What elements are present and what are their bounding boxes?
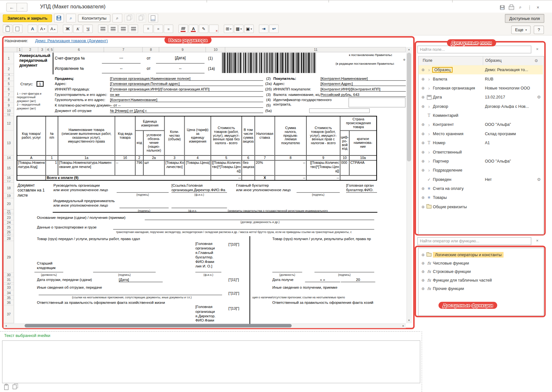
grid-cell[interactable]: ["[12]"] xyxy=(228,291,247,295)
back-button[interactable]: ← xyxy=(6,3,17,12)
grid-cell[interactable]: транспортная накладная, поручение экспед… xyxy=(116,230,405,234)
grid-cell[interactable]: -- xyxy=(275,175,306,180)
function-group-row[interactable]: ⊕fxФункции для табличных частей xyxy=(419,276,543,284)
grid-cell[interactable]: (2б) xyxy=(264,87,274,91)
grid-cell[interactable]: щия о наличии/отсутствии претензии; ссыл… xyxy=(252,296,405,299)
grid-cell[interactable]: 10 xyxy=(340,155,349,160)
expand-icon[interactable]: ⊕ xyxy=(420,269,426,274)
grid-cell[interactable]: -- xyxy=(211,175,242,180)
row-header[interactable]: 21 xyxy=(4,210,14,213)
scroll-up-icon[interactable]: ▴ xyxy=(407,47,412,51)
bold-button[interactable]: Ж xyxy=(63,24,72,33)
row-header[interactable]: 6 xyxy=(4,87,14,92)
row-header[interactable]: 33 xyxy=(4,285,14,290)
grid-cell[interactable]: (подпись) xyxy=(93,273,156,277)
grid-cell[interactable]: Грузополучатель и его адрес: xyxy=(55,98,110,102)
grid-cell[interactable]: Российский рубль, 643 xyxy=(320,92,406,97)
grid-cell[interactable]: Товар (груз) передал / услуги, результат… xyxy=(37,237,170,241)
grid-cell[interactable]: --- xyxy=(102,53,140,64)
grid-cell[interactable] xyxy=(272,272,302,272)
field-row[interactable]: ⊕≡Товары xyxy=(419,193,543,202)
function-group-row[interactable]: ⊕fxСтроковые функции xyxy=(419,267,543,276)
grid-cell[interactable]: Всего к оплате (9) xyxy=(46,175,211,180)
clear-cell-icon[interactable] xyxy=(209,24,218,33)
grid-cell[interactable]: без акциза xyxy=(242,160,255,175)
row-header[interactable]: 2 xyxy=(4,64,14,74)
field-row[interactable]: TКомментарий xyxy=(419,111,543,120)
grid-cell[interactable]: [Дата] xyxy=(156,53,204,64)
field-row[interactable]: ✓ПроведенНет⚙ xyxy=(419,175,543,184)
grid-cell[interactable] xyxy=(249,236,250,324)
more-button[interactable]: Еще▾ xyxy=(511,26,531,34)
function-group-row[interactable]: ⊕Логические операторы и константы xyxy=(419,251,543,259)
column-header[interactable]: 2 xyxy=(22,47,38,52)
grid-cell[interactable]: 1а xyxy=(58,155,115,160)
preview-icon[interactable]: ⌕ xyxy=(517,4,524,11)
cells-dropdown[interactable]: ▦▾ xyxy=(234,24,243,33)
grid-cell[interactable]: [Ссылка.Головная организация.Директор.ФИ… xyxy=(171,183,227,192)
grid-cell[interactable]: Коли- чество (объем) xyxy=(164,116,184,155)
grid-cell[interactable] xyxy=(120,199,169,208)
gear-icon[interactable]: ⚙ xyxy=(537,95,541,99)
grid-cell[interactable]: Руководитель организации или иное уполно… xyxy=(53,183,117,192)
grid-cell[interactable] xyxy=(93,272,156,272)
save-close-button[interactable]: Записать и закрыть xyxy=(3,14,52,22)
valign-bottom-icon[interactable]: = xyxy=(164,24,173,33)
grid-cell[interactable] xyxy=(53,212,378,213)
column-header[interactable]: 11 xyxy=(225,47,406,52)
column-header[interactable]: 9 xyxy=(159,47,206,52)
add-field-icon[interactable]: ⊕ xyxy=(420,186,426,191)
field-column-header[interactable]: Поле xyxy=(423,58,432,62)
field-row[interactable]: ⊕›ОбразецДемо: Реализация то... xyxy=(419,65,543,74)
grid-cell[interactable]: Сумма налога, предъяв- ляемая покупателю xyxy=(275,116,306,155)
align-left-icon[interactable] xyxy=(98,24,107,33)
grid-cell[interactable]: от xyxy=(144,64,153,74)
find-button[interactable]: ⌕ xyxy=(112,14,122,23)
grid-cell[interactable]: (подпись) xyxy=(296,193,340,197)
add-field-icon[interactable]: ⊕ xyxy=(420,68,426,72)
grid-cell[interactable] xyxy=(242,175,255,180)
grid-cell[interactable]: 6 xyxy=(242,155,255,160)
print-icon[interactable] xyxy=(508,4,515,11)
grid-cell[interactable]: Адрес: xyxy=(273,81,319,86)
grid-cell[interactable]: Цена (тариф) за единицу измерения xyxy=(184,116,211,155)
field-row[interactable]: ⊕›Подразделение xyxy=(419,166,543,175)
font-decrease-button[interactable]: А▾ xyxy=(38,24,47,33)
row-header[interactable]: 34 xyxy=(4,290,14,295)
borders-dropdown[interactable]: ⊞▾ xyxy=(224,24,233,33)
add-field-icon[interactable]: ⊕ xyxy=(420,104,426,108)
clear-search-icon[interactable]: × xyxy=(534,46,540,52)
grid-cell[interactable]: 4 xyxy=(184,155,211,160)
grid-cell[interactable]: (1) xyxy=(208,53,219,64)
row-header[interactable]: 1 xyxy=(4,53,14,64)
align-justify-icon[interactable] xyxy=(129,24,138,33)
grid-cell[interactable]: -- xyxy=(102,64,140,73)
field-row[interactable]: ⊕›КонтрагентООО "Альфа" xyxy=(419,120,543,129)
row-header[interactable]: 35 xyxy=(4,295,14,300)
grid-cell[interactable]: Валюта: наименование, код xyxy=(273,92,320,97)
grid-cell[interactable]: [Головная орган бухгалтер.ФИО. xyxy=(346,183,377,192)
table-settings-icon[interactable]: ⚙ xyxy=(534,58,538,63)
grid-cell[interactable]: 3 xyxy=(164,155,184,160)
grid-cell[interactable]: [Головная организация.Наименование полно… xyxy=(110,76,263,81)
headers-footers-button[interactable]: Колонтитулы xyxy=(78,14,110,22)
font-button[interactable]: А xyxy=(28,24,37,33)
grid-cell[interactable]: ИНН/КПП продавца: xyxy=(55,87,109,91)
scroll-down-icon[interactable]: ▾ xyxy=(407,318,412,322)
grid-cell[interactable] xyxy=(34,272,63,272)
image-dropdown[interactable]: ▣▾ xyxy=(244,24,254,33)
row-header[interactable]: 15 xyxy=(4,160,14,175)
add-field-icon[interactable]: ⊕ xyxy=(420,86,426,90)
grid-cell[interactable]: -- xyxy=(306,175,340,180)
grid-cell[interactable]: К платежно-расчетному документу № xyxy=(55,103,110,108)
grid-cell[interactable]: (должность) xyxy=(34,273,63,277)
row-header[interactable]: 5 xyxy=(4,81,14,87)
row-header[interactable]: 26 xyxy=(4,230,14,234)
grid-cell[interactable]: (ссылки на неотъемлемые приложения, сопу… xyxy=(42,296,222,299)
expand-icon[interactable]: ⊕ xyxy=(420,286,426,291)
grid-cell[interactable]: [Контрагент.Наименование] xyxy=(320,76,406,81)
column-header[interactable]: 10 xyxy=(206,47,225,52)
grid-cell[interactable]: (3) xyxy=(264,92,274,97)
grid-cell[interactable]: X xyxy=(255,175,275,180)
grid-cell[interactable]: № [Номер] от [Дата] г. xyxy=(110,108,263,113)
